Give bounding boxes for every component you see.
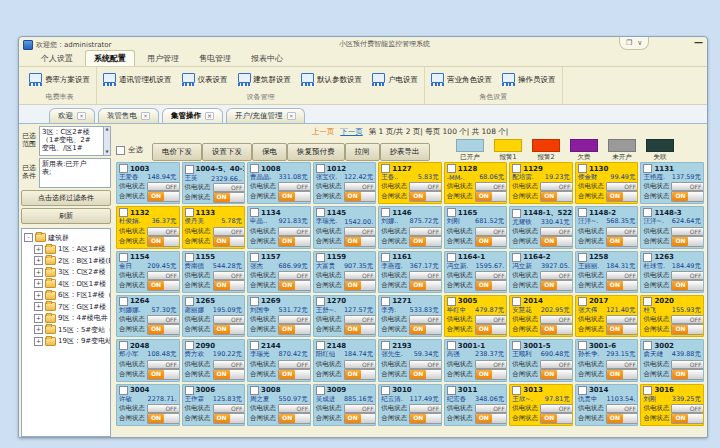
card-checkbox[interactable] bbox=[512, 164, 521, 173]
tree-item[interactable]: +1区：A区1#楼 bbox=[24, 244, 110, 254]
card-checkbox[interactable] bbox=[185, 165, 194, 174]
card-checkbox[interactable] bbox=[381, 253, 390, 262]
supply-toggle[interactable]: OFF bbox=[540, 271, 573, 280]
supply-toggle[interactable]: OFF bbox=[606, 360, 639, 369]
card-checkbox[interactable] bbox=[185, 341, 194, 350]
ribbon-button[interactable]: 费率方案设置 bbox=[27, 72, 92, 87]
card-checkbox[interactable] bbox=[643, 164, 652, 173]
card-checkbox[interactable] bbox=[185, 386, 194, 395]
tree-item[interactable]: +3区：C区2#楼（1 bbox=[24, 267, 110, 277]
tree-item[interactable]: +7区：G区1#楼 bbox=[24, 302, 110, 312]
card-checkbox[interactable] bbox=[119, 297, 128, 306]
expand-icon[interactable]: + bbox=[34, 325, 43, 334]
doc-tab-集管操作[interactable]: 集管操作× bbox=[162, 108, 223, 123]
card-checkbox[interactable] bbox=[578, 386, 587, 395]
switch-toggle[interactable]: ON bbox=[540, 369, 573, 380]
switch-toggle[interactable]: ON bbox=[278, 191, 311, 202]
switch-toggle[interactable]: ON bbox=[475, 191, 508, 202]
card-checkbox[interactable] bbox=[578, 208, 587, 217]
card-checkbox[interactable] bbox=[316, 386, 325, 395]
supply-toggle[interactable]: OFF bbox=[147, 227, 180, 236]
toolbar-button-电价下发[interactable]: 电价下发 bbox=[152, 143, 202, 161]
filter-select-button[interactable]: 点击选择过滤条件 bbox=[21, 190, 111, 206]
ribbon-button[interactable]: 仪表设置 bbox=[180, 72, 230, 87]
card-checkbox[interactable] bbox=[250, 164, 259, 173]
supply-toggle[interactable]: OFF bbox=[344, 360, 377, 369]
select-all[interactable]: 全选 bbox=[116, 145, 143, 155]
card-checkbox[interactable] bbox=[185, 297, 194, 306]
switch-toggle[interactable]: ON bbox=[344, 413, 377, 424]
switch-toggle[interactable]: ON bbox=[147, 369, 180, 380]
supply-toggle[interactable]: OFF bbox=[213, 271, 246, 280]
switch-toggle[interactable]: ON bbox=[409, 413, 442, 424]
ribbon-button[interactable]: 通讯管理机设置 bbox=[101, 72, 174, 87]
supply-toggle[interactable]: OFF bbox=[147, 271, 180, 280]
switch-toggle[interactable]: ON bbox=[147, 280, 180, 291]
switch-toggle[interactable]: ON bbox=[278, 369, 311, 380]
supply-toggle[interactable]: OFF bbox=[278, 271, 311, 280]
switch-toggle[interactable]: ON bbox=[671, 236, 704, 247]
switch-toggle[interactable]: ON bbox=[409, 280, 442, 291]
card-checkbox[interactable] bbox=[643, 253, 652, 262]
ribbon-button[interactable]: 操作员设置 bbox=[500, 72, 558, 87]
switch-toggle[interactable]: ON bbox=[213, 192, 246, 203]
card-checkbox[interactable] bbox=[316, 164, 325, 173]
card-checkbox[interactable] bbox=[512, 253, 521, 262]
switch-toggle[interactable]: ON bbox=[606, 413, 639, 424]
supply-toggle[interactable]: OFF bbox=[344, 315, 377, 324]
card-checkbox[interactable] bbox=[643, 297, 652, 306]
card-checkbox[interactable] bbox=[185, 208, 194, 217]
card-checkbox[interactable] bbox=[643, 341, 652, 350]
supply-toggle[interactable]: OFF bbox=[344, 404, 377, 413]
expand-icon[interactable]: + bbox=[34, 337, 43, 346]
switch-toggle[interactable]: ON bbox=[671, 413, 704, 424]
switch-toggle[interactable]: ON bbox=[213, 413, 246, 424]
switch-toggle[interactable]: ON bbox=[147, 413, 180, 424]
tab-close-icon[interactable]: × bbox=[141, 112, 150, 120]
switch-toggle[interactable]: ON bbox=[409, 324, 442, 335]
card-checkbox[interactable] bbox=[512, 297, 521, 306]
supply-toggle[interactable]: OFF bbox=[671, 271, 704, 280]
supply-toggle[interactable]: OFF bbox=[540, 360, 573, 369]
card-checkbox[interactable] bbox=[250, 341, 259, 350]
card-checkbox[interactable] bbox=[250, 297, 259, 306]
card-checkbox[interactable] bbox=[381, 386, 390, 395]
supply-toggle[interactable]: OFF bbox=[278, 404, 311, 413]
supply-toggle[interactable]: OFF bbox=[278, 182, 311, 191]
select-all-checkbox[interactable] bbox=[116, 146, 125, 155]
supply-toggle[interactable]: OFF bbox=[540, 182, 573, 191]
supply-toggle[interactable]: OFF bbox=[147, 404, 180, 413]
tab-close-icon[interactable]: × bbox=[77, 112, 86, 120]
card-checkbox[interactable] bbox=[316, 253, 325, 262]
card-checkbox[interactable] bbox=[447, 208, 456, 217]
supply-toggle[interactable]: OFF bbox=[671, 360, 704, 369]
toolbar-button-保电[interactable]: 保电 bbox=[252, 143, 287, 161]
supply-toggle[interactable]: OFF bbox=[671, 227, 704, 236]
switch-toggle[interactable]: ON bbox=[213, 369, 246, 380]
switch-toggle[interactable]: ON bbox=[409, 191, 442, 202]
menu-tab-用户管理[interactable]: 用户管理 bbox=[139, 51, 187, 66]
dropdown-icon[interactable]: ∨ bbox=[637, 39, 642, 47]
expand-icon[interactable]: + bbox=[34, 256, 43, 265]
switch-toggle[interactable]: ON bbox=[344, 324, 377, 335]
card-checkbox[interactable] bbox=[316, 297, 325, 306]
supply-toggle[interactable]: OFF bbox=[475, 404, 508, 413]
switch-toggle[interactable]: ON bbox=[606, 191, 639, 202]
switch-toggle[interactable]: ON bbox=[671, 369, 704, 380]
card-checkbox[interactable] bbox=[250, 208, 259, 217]
card-checkbox[interactable] bbox=[447, 253, 456, 262]
card-checkbox[interactable] bbox=[447, 341, 456, 350]
card-checkbox[interactable] bbox=[381, 297, 390, 306]
switch-toggle[interactable]: ON bbox=[475, 413, 508, 424]
tab-close-icon[interactable]: × bbox=[205, 112, 214, 120]
card-checkbox[interactable] bbox=[512, 209, 521, 218]
selected-range-box[interactable]: 3区：C区2#楼（1#变电、2#变电、/区1# ▲▼ bbox=[39, 126, 111, 156]
card-checkbox[interactable] bbox=[643, 386, 652, 395]
card-checkbox[interactable] bbox=[578, 341, 587, 350]
menu-tab-售电管理[interactable]: 售电管理 bbox=[191, 51, 239, 66]
switch-toggle[interactable]: ON bbox=[147, 191, 180, 202]
card-checkbox[interactable] bbox=[447, 386, 456, 395]
tree-item[interactable]: +19区：9#变电站（ bbox=[24, 336, 110, 346]
supply-toggle[interactable]: OFF bbox=[671, 315, 704, 324]
refresh-button[interactable]: 刷新 bbox=[21, 208, 111, 224]
